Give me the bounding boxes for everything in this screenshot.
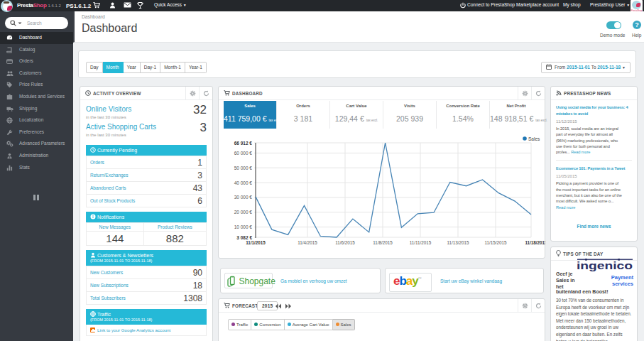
svg-text:30 000 €: 30 000 € [234, 195, 253, 200]
svg-text:11/1/2015: 11/1/2015 [246, 240, 266, 245]
svg-text:11/15/2015: 11/15/2015 [484, 240, 507, 245]
svg-text:66 912 €: 66 912 € [234, 141, 253, 146]
svg-text:10 000 €: 10 000 € [234, 224, 253, 229]
svg-text:40 000 €: 40 000 € [234, 180, 253, 185]
svg-text:60 000 €: 60 000 € [234, 151, 253, 156]
svg-text:ingenico: ingenico [577, 259, 633, 271]
svg-text:11/18/2015: 11/18/2015 [525, 240, 545, 245]
svg-text:20 000 €: 20 000 € [234, 210, 253, 215]
svg-text:3 082 €: 3 082 € [236, 235, 252, 240]
svg-text:11/13/2015: 11/13/2015 [447, 240, 469, 245]
svg-text:50 000 €: 50 000 € [234, 166, 253, 170]
svg-text:11/11/2015: 11/11/2015 [410, 240, 432, 245]
svg-text:11/6/2015: 11/6/2015 [335, 240, 355, 245]
svg-text:11/4/2015: 11/4/2015 [298, 240, 317, 245]
svg-text:Sales: Sales [528, 136, 540, 141]
svg-text:11/8/2015: 11/8/2015 [373, 240, 393, 245]
